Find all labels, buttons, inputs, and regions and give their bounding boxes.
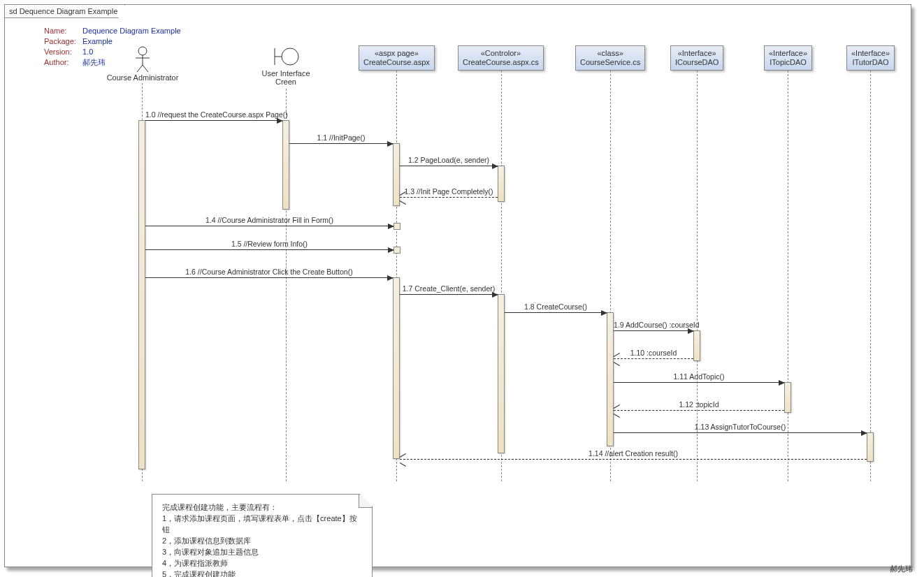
lifeline-icourse xyxy=(697,71,698,481)
activation-ui-1 xyxy=(282,120,289,210)
meta-author-label: Author: xyxy=(44,57,80,68)
meta-name-value: Dequence Diagram Example xyxy=(82,27,181,35)
meta-package-value: Example xyxy=(82,37,113,45)
msg-1-11: 1.11 AddTopic() xyxy=(614,382,784,383)
note-line: 3，向课程对象追加主题信息 xyxy=(162,546,362,557)
participant-label: ICourseDAO xyxy=(675,58,719,67)
activation-aspx-1 xyxy=(393,143,400,206)
meta-version-value: 1.0 xyxy=(82,48,93,56)
exec-box xyxy=(394,247,400,254)
participant-label: CourseService.cs xyxy=(580,58,640,67)
meta-version-label: Version: xyxy=(44,47,80,57)
note-line: 2，添加课程信息到数据库 xyxy=(162,535,362,546)
msg-1-10: 1.10 :courseId xyxy=(614,358,693,359)
msg-1-14: 1.14 //alert Creation result() xyxy=(400,459,867,460)
svg-line-4 xyxy=(143,65,148,72)
participant-itopicdao: «Interface» ITopicDAO xyxy=(764,45,812,71)
participant-icoursedao: «Interface» ICourseDAO xyxy=(670,45,723,71)
msg-1-1: 1.1 //InitPage() xyxy=(289,143,393,144)
activation-itopic xyxy=(784,382,791,413)
svg-point-0 xyxy=(138,47,147,55)
msg-1-2: 1.2 PageLoad(e, sender) xyxy=(400,166,498,166)
participant-aspx-page: «aspx page» CreateCourse.aspx xyxy=(359,45,435,71)
watermark: 郝先玮 xyxy=(890,564,913,574)
meta-package-label: Package: xyxy=(44,36,80,47)
note-line: 1，请求添加课程页面，填写课程表单，点击【create】按钮 xyxy=(162,513,362,535)
svg-point-7 xyxy=(282,48,298,65)
msg-1-13: 1.13 AssignTutorToCourse() xyxy=(614,432,867,433)
participant-service: «class» CourseService.cs xyxy=(575,45,645,71)
msg-1-12: 1.12 :topicId xyxy=(614,410,784,411)
activation-service xyxy=(607,312,614,446)
participant-boundary-ui: User Interface Creen xyxy=(251,44,321,86)
note-line: 4，为课程指派教师 xyxy=(162,557,362,569)
msg-1-5: 1.5 //Review form Info() xyxy=(145,249,394,250)
participant-label: ITopicDAO xyxy=(769,58,807,67)
actor-icon xyxy=(132,45,153,73)
msg-1-7: 1.7 Create_Client(e, sender) xyxy=(400,294,498,295)
msg-1-4: 1.4 //Course Administrator Fill in Form(… xyxy=(145,226,394,226)
participant-label: ITutorDAO xyxy=(851,58,890,67)
activation-aspx-2 xyxy=(393,277,400,459)
participant-itutordao: «Interface» ITutorDAO xyxy=(846,45,895,71)
msg-1-9: 1.9 AddCourse() :courseId xyxy=(614,330,693,331)
svg-line-3 xyxy=(137,65,143,72)
stereotype: «Interface» xyxy=(769,49,807,58)
activation-ctrl-2 xyxy=(498,294,505,453)
activation-admin xyxy=(138,120,145,469)
participant-label: CreateCourse.aspx xyxy=(363,58,430,67)
meta-name-label: Name: xyxy=(44,26,80,36)
msg-1-8: 1.8 CreateCourse() xyxy=(505,312,607,313)
lifeline-itutor xyxy=(870,71,871,481)
msg-1-3: 1.3 //Init Page Completely() xyxy=(400,197,498,198)
stereotype: «aspx page» xyxy=(363,49,430,58)
exec-box xyxy=(394,223,400,230)
participant-controller: «Controlor» CreateCourse.aspx.cs xyxy=(458,45,544,71)
stereotype: «Interface» xyxy=(851,49,890,58)
page: sd Dequence Diagram Example Name: Dequen… xyxy=(0,0,924,577)
frame-title: sd Dequence Diagram Example xyxy=(9,7,117,15)
participant-label: CreateCourse.aspx.cs xyxy=(463,58,539,67)
activation-ctrl-1 xyxy=(498,166,505,202)
sequence-frame: sd Dequence Diagram Example Name: Dequen… xyxy=(4,4,911,567)
meta-author-value: 郝先玮 xyxy=(82,58,106,66)
frame-title-tab: sd Dequence Diagram Example xyxy=(4,4,125,18)
participant-label: User Interface Creen xyxy=(251,69,321,86)
msg-1-0: 1.0 //request the CreateCourse.aspx Page… xyxy=(145,120,282,121)
note-box: 完成课程创建功能，主要流程有： 1，请求添加课程页面，填写课程表单，点击【cre… xyxy=(152,494,373,577)
participant-actor-admin: Course Administrator xyxy=(104,45,181,82)
stereotype: «Interface» xyxy=(675,49,719,58)
note-line: 完成课程创建功能，主要流程有： xyxy=(162,502,362,513)
stereotype: «Controlor» xyxy=(463,49,539,58)
activation-itutor xyxy=(867,432,874,462)
note-line: 5，完成课程创建功能 xyxy=(162,569,362,577)
participant-label: Course Administrator xyxy=(104,73,181,82)
activation-icourse xyxy=(693,330,700,361)
msg-1-6: 1.6 //Course Administrator Click the Cre… xyxy=(145,277,393,278)
boundary-icon xyxy=(270,44,301,69)
stereotype: «class» xyxy=(580,49,640,58)
lifeline-itopic xyxy=(788,71,788,481)
note-fold-icon xyxy=(359,495,372,508)
